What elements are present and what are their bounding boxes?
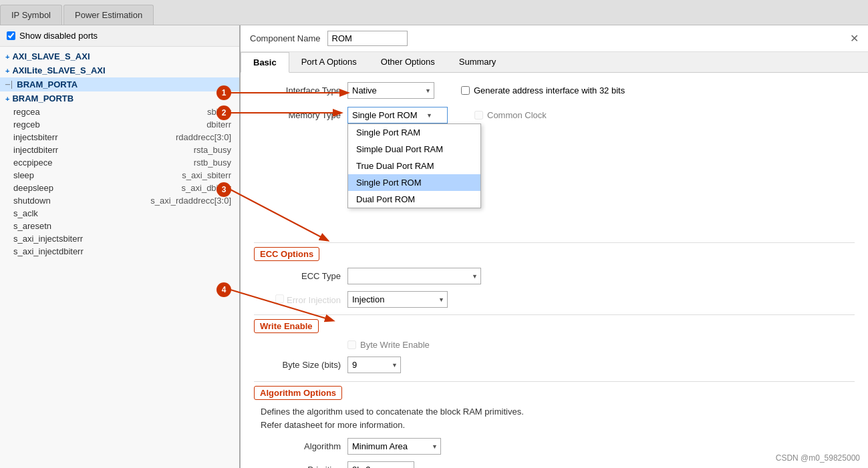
port-row-shutdown: shutdown s_axi_rdaddrecc[3:0] — [0, 194, 239, 207]
tree-item-label: BRAM_PORTA — [17, 79, 78, 89]
tab-port-a-options[interactable]: Port A Options — [289, 52, 369, 72]
ecc-type-label: ECC Type — [254, 271, 341, 281]
port-row-saxi-injectdbiterr: s_axi_injectdbiterr — [0, 245, 239, 258]
port-right: dbiterr — [206, 120, 231, 130]
algorithm-select[interactable]: Minimum Area Low Power Fixed Primitives — [347, 438, 441, 455]
error-injection-row: Error Injection Injection ▼ — [254, 291, 855, 308]
memory-type-button[interactable]: Single Port ROM ▼ — [347, 107, 448, 124]
generate-address-label[interactable]: Generate address interface with 32 bits — [474, 85, 625, 95]
port-left: deepsleep — [13, 183, 182, 193]
byte-write-enable-row: Byte Write Enable — [254, 340, 855, 350]
annotation-2: 2 — [216, 105, 231, 120]
port-left: s_axi_injectdbiterr — [13, 246, 231, 256]
ecc-type-row: ECC Type ▼ — [254, 268, 855, 284]
generate-address-checkbox[interactable] — [461, 86, 470, 95]
annotation-3: 3 — [216, 182, 231, 197]
port-left: eccpipece — [13, 158, 194, 168]
tree-expand-icon: + — [5, 67, 9, 75]
port-row-regceb: regceb dbiterr — [0, 118, 239, 131]
byte-size-label: Byte Size (bits) — [254, 360, 341, 370]
algorithm-select-wrapper: Minimum Area Low Power Fixed Primitives … — [347, 438, 441, 455]
generate-address-checkbox-row: Generate address interface with 32 bits — [461, 85, 625, 95]
tree-item-bram-porta[interactable]: ─│ BRAM_PORTA — [0, 77, 239, 91]
port-row-deepsleep: deepsleep s_axi_dbiterr — [0, 182, 239, 194]
component-name-label: Component Name — [250, 33, 321, 43]
port-left: regcea — [13, 107, 207, 117]
port-row-regcea: regcea sbiterr — [0, 105, 239, 118]
error-injection-select[interactable]: Injection — [347, 291, 448, 308]
tree-item-axilite[interactable]: + AXILite_SLAVE_S_AXI — [0, 63, 239, 77]
port-right: rsta_busy — [194, 145, 231, 155]
interface-type-select[interactable]: Native — [347, 82, 434, 99]
port-left: injectsbiterr — [13, 132, 176, 142]
write-enable-label: Write Enable — [254, 319, 319, 333]
component-name-input[interactable] — [327, 31, 408, 46]
tab-summary[interactable]: Summary — [447, 52, 509, 72]
show-disabled-checkbox[interactable] — [7, 31, 15, 40]
close-button[interactable]: ✕ — [850, 32, 859, 45]
ecc-type-select-wrapper: ▼ — [347, 268, 481, 284]
port-right: s_axi_sbiterr — [182, 170, 231, 180]
algorithm-info: Defines the algorithm used to concatenat… — [254, 405, 855, 431]
ecc-label: ECC Options — [254, 247, 319, 261]
dropdown-item-dual-port-rom[interactable]: Dual Port ROM — [348, 191, 480, 208]
port-row-saresetn: s_aresetn — [0, 220, 239, 232]
tree-item-bram-portb[interactable]: + BRAM_PORTB — [0, 91, 239, 105]
port-left: regceb — [13, 120, 206, 130]
port-left: s_aclk — [13, 208, 231, 218]
basic-tab-content: Interface Type Native ▼ Generate address… — [241, 73, 868, 468]
interface-type-row: Interface Type Native ▼ Generate address… — [254, 82, 855, 99]
memory-dropdown-arrow-icon: ▼ — [426, 112, 432, 119]
error-injection-checkbox[interactable] — [275, 294, 284, 303]
tab-other-options[interactable]: Other Options — [369, 52, 447, 72]
show-disabled-label[interactable]: Show disabled ports — [19, 31, 98, 41]
tree-expand-icon: + — [5, 95, 9, 103]
port-left: shutdown — [13, 196, 150, 206]
primitive-select-label: Primitive — [254, 465, 341, 468]
byte-write-enable-label: Byte Write Enable — [360, 340, 430, 350]
tree-item-label: AXILite_SLAVE_S_AXI — [12, 65, 105, 75]
show-disabled-row: Show disabled ports — [0, 25, 239, 47]
tab-power-estimation[interactable]: Power Estimation — [63, 5, 154, 25]
port-right: rstb_busy — [194, 158, 231, 168]
algorithm-select-row: Algorithm Minimum Area Low Power Fixed P… — [254, 438, 855, 455]
port-tree: + AXI_SLAVE_S_AXI + AXILite_SLAVE_S_AXI … — [0, 47, 239, 468]
left-panel: Show disabled ports + AXI_SLAVE_S_AXI + … — [0, 25, 241, 468]
tab-ip-symbol[interactable]: IP Symbol — [0, 5, 62, 25]
dropdown-item-single-port-ram[interactable]: Single Port RAM — [348, 124, 480, 141]
dropdown-item-simple-dual-port-ram[interactable]: Simple Dual Port RAM — [348, 141, 480, 158]
algorithm-info-line2: Refer datasheet for more information. — [261, 419, 855, 432]
memory-type-select-wrapper: Single Port ROM ▼ Single Port RAM Simple… — [347, 107, 448, 124]
right-panel: Component Name ✕ Basic Port A Options Ot… — [241, 25, 868, 468]
algorithm-select-label: Algorithm — [254, 441, 341, 451]
tab-basic[interactable]: Basic — [241, 52, 289, 73]
memory-type-dropdown: Single Port RAM Simple Dual Port RAM Tru… — [347, 124, 481, 208]
common-clock-checkbox[interactable] — [474, 111, 483, 120]
interface-type-select-wrapper: Native ▼ — [347, 82, 434, 99]
watermark: CSDN @m0_59825000 — [776, 453, 860, 463]
algorithm-label: Algorithm Options — [254, 386, 342, 400]
port-row-injectdbiterr: injectdbiterr rsta_busy — [0, 144, 239, 156]
dropdown-item-true-dual-port-ram[interactable]: True Dual Port RAM — [348, 158, 480, 174]
tree-item-axi-slave[interactable]: + AXI_SLAVE_S_AXI — [0, 49, 239, 63]
tree-item-label: AXI_SLAVE_S_AXI — [12, 51, 90, 61]
memory-type-label: Memory Type — [254, 110, 341, 120]
byte-size-select[interactable]: 9 8 — [347, 357, 401, 373]
tree-lines-icon: ─│ — [5, 81, 14, 88]
port-left: s_aresetn — [13, 221, 231, 231]
algorithm-info-line1: Defines the algorithm used to concatenat… — [261, 405, 855, 419]
port-right: s_axi_rdaddrecc[3:0] — [150, 196, 231, 206]
algorithm-divider — [254, 381, 855, 382]
port-right: rdaddrecc[3:0] — [176, 132, 231, 142]
byte-write-enable-checkbox[interactable] — [347, 340, 356, 349]
ecc-type-select[interactable] — [347, 268, 481, 284]
port-row-injectsbiterr: injectsbiterr rdaddrecc[3:0] — [0, 131, 239, 144]
memory-type-row: Memory Type Single Port ROM ▼ Single Por… — [254, 107, 855, 124]
algorithm-section-header: Algorithm Options — [254, 386, 855, 400]
port-left: s_axi_injectsbiterr — [13, 234, 231, 244]
primitive-select-wrapper: 8kx2 ▼ — [347, 461, 414, 468]
primitive-select[interactable]: 8kx2 — [347, 461, 414, 468]
dropdown-item-single-port-rom[interactable]: Single Port ROM — [348, 174, 480, 191]
write-enable-divider — [254, 314, 855, 315]
error-injection-select-wrapper: Injection ▼ — [347, 291, 448, 308]
